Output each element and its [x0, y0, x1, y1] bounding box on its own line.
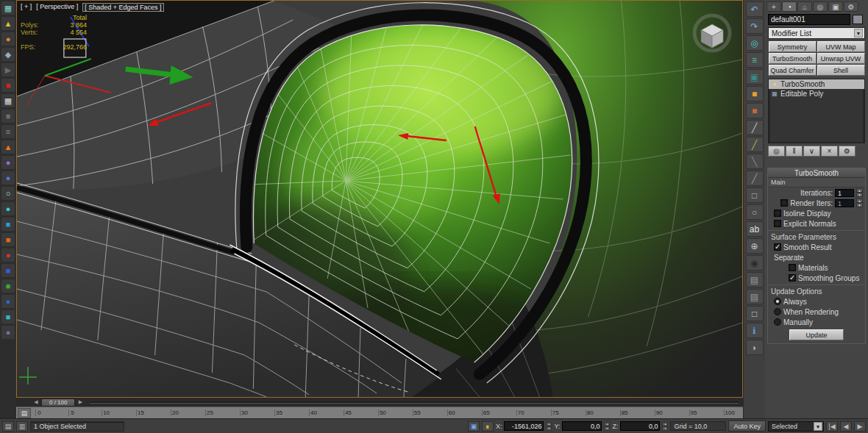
layer-list-icon[interactable]: ≡ — [1, 110, 15, 123]
update-button[interactable]: Update — [789, 329, 844, 340]
x-coordinate-field[interactable]: -1561,026 — [504, 421, 544, 431]
teapot-icon[interactable]: ◗ — [746, 340, 764, 355]
tab-create-icon[interactable]: + — [766, 1, 781, 12]
previous-frame-button[interactable]: ◀ — [32, 399, 40, 405]
render-setup-icon[interactable]: ■ — [746, 103, 764, 118]
turbosmooth-button[interactable]: TurboSmooth — [769, 53, 817, 64]
grass-icon[interactable]: ■ — [1, 279, 15, 293]
when-rendering-radio[interactable] — [774, 308, 781, 315]
snaps-toggle-icon[interactable]: ▲ — [1, 17, 15, 30]
sea-icon[interactable]: ● — [1, 295, 15, 308]
x-spinner[interactable]: ▴▾ — [546, 422, 552, 431]
scene-explorer-icon[interactable]: ▥ — [16, 421, 28, 432]
selection-set-dropdown[interactable]: Selected ▼ — [768, 421, 824, 432]
time-slider-handle[interactable]: 0 / 100 — [41, 398, 75, 407]
array-icon[interactable]: ≡ — [1, 125, 15, 138]
ocean-icon[interactable]: ■ — [1, 218, 15, 231]
symmetry-button[interactable]: Symmetry — [769, 41, 817, 52]
object-name-field[interactable] — [768, 14, 850, 25]
undo-view-icon[interactable]: ↶ — [746, 1, 764, 17]
viewport-shading-menu[interactable]: [ Shaded + Edged Faces ] — [82, 3, 163, 12]
measure-icon[interactable]: ╱ — [746, 137, 764, 152]
viewport-pov-menu[interactable]: [ Perspective ] — [36, 3, 78, 12]
materials-checkbox[interactable] — [789, 264, 796, 271]
select-object-icon[interactable]: ◎ — [746, 35, 764, 51]
time-slider-track[interactable] — [90, 401, 739, 404]
layer-manager-icon[interactable]: ≡ — [746, 52, 764, 68]
stone-icon[interactable]: ● — [1, 326, 15, 339]
render-iters-checkbox[interactable] — [780, 199, 788, 207]
make-unique-button[interactable]: ∨ — [803, 146, 820, 157]
document-icon[interactable]: □ — [746, 306, 764, 321]
explicit-normals-checkbox[interactable] — [774, 220, 781, 227]
fire-icon[interactable]: ● — [1, 248, 15, 262]
time-slider[interactable]: ◀ 0 / 100 ▶ — [16, 398, 743, 407]
space-warp-icon[interactable]: ● — [1, 156, 15, 169]
graphite-tools-icon[interactable]: ▣ — [746, 69, 764, 85]
monitor-icon[interactable]: ▤ — [746, 272, 764, 287]
modifier-enable-icon[interactable]: ● — [771, 81, 778, 87]
tab-hierarchy-icon[interactable]: ⌂ — [797, 1, 812, 12]
mirror-icon[interactable]: ■ — [1, 79, 15, 92]
shell-button[interactable]: Shell — [817, 65, 865, 76]
pen-icon[interactable]: ╲ — [746, 154, 764, 169]
y-spinner[interactable]: ▴▾ — [604, 422, 610, 431]
unwrap-uvw-button[interactable]: Unwrap UVW — [817, 53, 865, 64]
auto-key-button[interactable]: Auto Key — [728, 421, 766, 432]
snow-icon[interactable]: ○ — [1, 187, 15, 200]
tab-motion-icon[interactable]: ◎ — [813, 1, 828, 12]
sky-icon[interactable]: ■ — [1, 264, 15, 277]
render-iters-spinner[interactable]: ▴▾ — [856, 198, 863, 207]
remove-modifier-button[interactable]: × — [821, 146, 838, 157]
y-coordinate-field[interactable]: 0,0 — [562, 421, 602, 431]
object-color-swatch[interactable] — [853, 15, 863, 24]
material-sphere-icon[interactable]: ● — [1, 32, 15, 46]
tab-display-icon[interactable]: ▣ — [828, 1, 843, 12]
crosshair-icon[interactable]: ⊕ — [746, 238, 764, 254]
manually-radio[interactable] — [774, 318, 781, 326]
go-to-start-button[interactable]: |◀ — [826, 421, 838, 432]
grid-icon[interactable]: ▦ — [1, 94, 15, 107]
maxscript-mini-listener-icon[interactable]: ▤ — [2, 421, 14, 432]
z-spinner[interactable]: ▴▾ — [662, 422, 668, 431]
show-end-result-button[interactable]: ‖ — [786, 146, 803, 157]
text-tool-icon[interactable]: ab — [746, 221, 764, 237]
monitor2-icon[interactable]: ▤ — [746, 289, 764, 304]
circle-select-icon[interactable]: ○ — [746, 204, 764, 220]
selection-lock-icon[interactable]: ∎ — [482, 421, 494, 432]
angle-snap-icon[interactable]: ◆ — [1, 48, 15, 61]
material-editor-icon[interactable]: ■ — [746, 86, 764, 101]
smooth-result-checkbox[interactable] — [774, 243, 781, 251]
pin-stack-button[interactable]: ◎ — [768, 146, 785, 157]
marquee-select-icon[interactable]: □ — [746, 187, 764, 203]
perspective-viewport[interactable]: [ + ] [ Perspective ] [ Shaded + Edged F… — [16, 0, 743, 398]
modifier-list-dropdown[interactable]: Modifier List ▼ — [768, 27, 865, 39]
rollout-header[interactable]: TurboSmooth — [768, 168, 865, 178]
next-frame-button[interactable]: ▶ — [77, 399, 84, 405]
stack-item-turbosmooth[interactable]: ●TurboSmooth — [769, 79, 864, 89]
z-coordinate-field[interactable]: 0,0 — [620, 421, 660, 431]
previous-key-button[interactable]: ◀ — [840, 421, 852, 432]
quad-chamfer-button[interactable]: Quad Chamfer — [769, 65, 817, 76]
play-button[interactable]: ▶ — [854, 421, 866, 432]
configure-modifier-sets-button[interactable]: ⚙ — [839, 146, 855, 157]
bind-icon[interactable]: ● — [1, 171, 15, 185]
isolate-selection-icon[interactable]: ▣ — [468, 421, 480, 432]
always-radio[interactable] — [774, 298, 781, 305]
record-icon[interactable]: ◉ — [746, 255, 764, 271]
play-arrow-icon[interactable]: ▶ — [1, 63, 15, 76]
water-drop-icon[interactable]: ● — [1, 202, 15, 215]
flame-icon[interactable]: ▲ — [1, 140, 15, 154]
smoothing-groups-checkbox[interactable] — [789, 274, 796, 282]
select-link-icon[interactable]: ▦ — [1, 1, 15, 15]
uvw-map-button[interactable]: UVW Map — [817, 41, 865, 52]
stack-item-editable-poly[interactable]: ▦Editable Poly — [769, 89, 864, 99]
lava-icon[interactable]: ■ — [1, 233, 15, 246]
viewport-plus-menu[interactable]: [ + ] — [21, 3, 32, 12]
pencil-icon[interactable]: ╱ — [746, 120, 764, 135]
tab-modify-icon[interactable]: ◔ — [782, 1, 797, 12]
iterations-field[interactable]: 1 — [835, 189, 854, 197]
ice-icon[interactable]: ■ — [1, 310, 15, 323]
tab-utilities-icon[interactable]: ⚙ — [844, 1, 858, 12]
render-iters-field[interactable]: 1 — [835, 199, 854, 207]
